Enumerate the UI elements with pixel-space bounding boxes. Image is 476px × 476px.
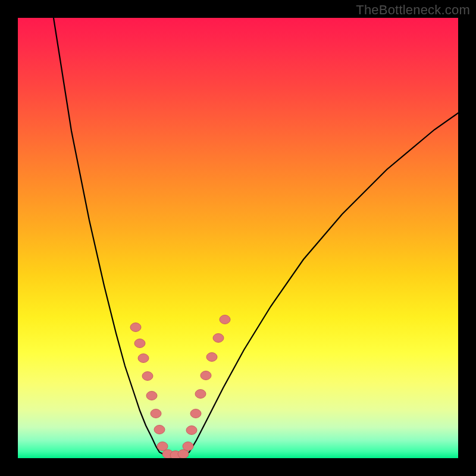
marker-point <box>146 392 157 400</box>
marker-point <box>178 450 189 458</box>
marker-point <box>190 409 201 418</box>
marker-point <box>142 372 153 381</box>
marker-point <box>151 409 161 418</box>
marker-point <box>201 371 211 380</box>
chart-frame: TheBottleneck.com <box>0 0 476 476</box>
marker-point <box>213 334 224 343</box>
plot-area <box>18 18 458 458</box>
marker-point <box>157 442 168 451</box>
marker-point <box>186 426 197 435</box>
marker-point <box>195 390 206 399</box>
marker-point <box>206 353 217 362</box>
marker-point <box>130 323 141 332</box>
marker-point <box>138 354 149 363</box>
watermark-text: TheBottleneck.com <box>356 2 470 18</box>
bottleneck-curve <box>54 18 458 456</box>
marker-point <box>220 315 230 324</box>
marker-point <box>154 425 165 434</box>
chart-svg <box>18 18 458 458</box>
marker-point <box>183 442 193 451</box>
marker-point <box>134 339 145 348</box>
data-markers <box>130 315 230 458</box>
